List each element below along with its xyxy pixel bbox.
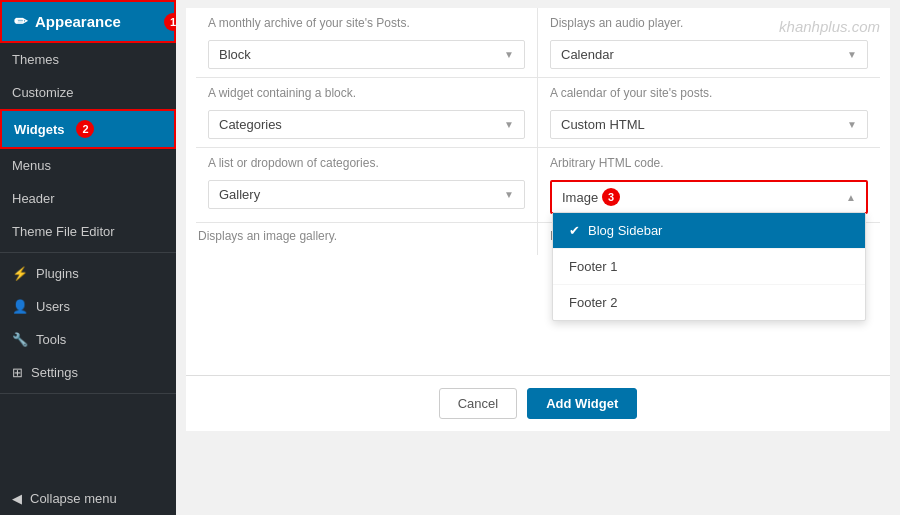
block-chevron: ▼ [504,119,514,130]
sidebar-item-theme-file-editor[interactable]: Theme File Editor [0,215,176,248]
widget-cell-audio: Displays an audio player. Calendar ▼ [538,8,880,78]
check-icon: ✔ [569,223,580,238]
sidebar-item-tools[interactable]: 🔧 Tools [0,323,176,356]
block-name: Categories [219,117,282,132]
block-select[interactable]: Categories ▼ [208,110,525,139]
widget-cell-block: A widget containing a block. Categories … [196,78,538,148]
archive-select[interactable]: Block ▼ [208,40,525,69]
widgets-label: Widgets [14,122,64,137]
divider-1 [0,252,176,253]
archive-name: Block [219,47,251,62]
appearance-menu-item[interactable]: ✏ Appearance 1 [0,0,176,43]
gallery-below-desc: Displays an image gallery. [198,229,525,247]
settings-icon: ⊞ [12,365,23,380]
themes-label: Themes [12,52,59,67]
sidebar-item-settings[interactable]: ⊞ Settings [0,356,176,389]
audio-name: Calendar [561,47,614,62]
image-name: Image [562,190,598,205]
categories-select[interactable]: Gallery ▼ [208,180,525,209]
appearance-icon: ✏ [14,12,27,31]
settings-label: Settings [31,365,78,380]
archive-desc: A monthly archive of your site's Posts. [208,16,525,34]
widget-row-2: A widget containing a block. Categories … [186,78,890,148]
widget-cell-calendar: A calendar of your site's posts. Custom … [538,78,880,148]
widget-cell-archive: A monthly archive of your site's Posts. … [196,8,538,78]
plugins-label: Plugins [36,266,79,281]
plugins-icon: ⚡ [12,266,28,281]
footer2-label: Footer 2 [569,295,617,310]
sidebar: ✏ Appearance 1 Themes Customize Widgets … [0,0,176,515]
image-dropdown: ✔ Blog Sidebar Footer 1 Footer 2 [552,212,866,321]
widget-row-3: A list or dropdown of categories. Galler… [186,148,890,223]
sidebar-item-plugins[interactable]: ⚡ Plugins [0,257,176,290]
dropdown-footer2[interactable]: Footer 2 [553,285,865,320]
customize-label: Customize [12,85,73,100]
sidebar-item-themes[interactable]: Themes [0,43,176,76]
calendar-desc: A calendar of your site's posts. [550,86,868,104]
add-widget-button[interactable]: Add Widget [527,388,637,419]
tools-label: Tools [36,332,66,347]
audio-select[interactable]: Calendar ▼ [550,40,868,69]
image-select[interactable]: Image 3 ▲ ✔ Blog Sidebar Footer 1 Fo [550,180,868,214]
sidebar-item-users[interactable]: 👤 Users [0,290,176,323]
sidebar-item-header[interactable]: Header [0,182,176,215]
tools-icon: 🔧 [12,332,28,347]
calendar-name: Custom HTML [561,117,645,132]
collapse-label: Collapse menu [30,491,117,506]
sidebar-item-collapse[interactable]: ◀ Collapse menu [0,482,176,515]
header-label: Header [12,191,55,206]
sidebar-item-menus[interactable]: Menus [0,149,176,182]
archive-chevron: ▼ [504,49,514,60]
menus-label: Menus [12,158,51,173]
main-content: khanhplus.com A monthly archive of your … [176,0,900,515]
sidebar-item-widgets[interactable]: Widgets 2 [0,109,176,149]
blog-sidebar-label: Blog Sidebar [588,223,662,238]
calendar-chevron: ▼ [847,119,857,130]
block-desc: A widget containing a block. [208,86,525,104]
widget-list: A monthly archive of your site's Posts. … [186,8,890,223]
gallery-desc-cell: Displays an image gallery. [186,223,538,255]
footer1-label: Footer 1 [569,259,617,274]
audio-desc: Displays an audio player. [550,16,868,34]
image-desc-top: Arbitrary HTML code. [550,156,868,174]
image-chevron: ▲ [846,192,856,203]
categories-chevron: ▼ [504,189,514,200]
cancel-button[interactable]: Cancel [439,388,517,419]
audio-chevron: ▼ [847,49,857,60]
appearance-label: Appearance [35,13,121,30]
calendar-select[interactable]: Custom HTML ▼ [550,110,868,139]
collapse-icon: ◀ [12,491,22,506]
users-label: Users [36,299,70,314]
widgets-badge: 2 [76,120,94,138]
dropdown-blog-sidebar[interactable]: ✔ Blog Sidebar [553,213,865,249]
widget-cell-categories: A list or dropdown of categories. Galler… [196,148,538,223]
action-buttons: Cancel Add Widget [186,375,890,431]
sidebar-item-customize[interactable]: Customize [0,76,176,109]
categories-desc: A list or dropdown of categories. [208,156,525,174]
dropdown-footer1[interactable]: Footer 1 [553,249,865,285]
image-badge: 3 [602,188,620,206]
theme-file-editor-label: Theme File Editor [12,224,115,239]
users-icon: 👤 [12,299,28,314]
widget-row-1: A monthly archive of your site's Posts. … [186,8,890,78]
categories-name: Gallery [219,187,260,202]
widget-cell-image-wrapper: Arbitrary HTML code. Image 3 ▲ ✔ Blog Si… [538,148,880,223]
divider-2 [0,393,176,394]
